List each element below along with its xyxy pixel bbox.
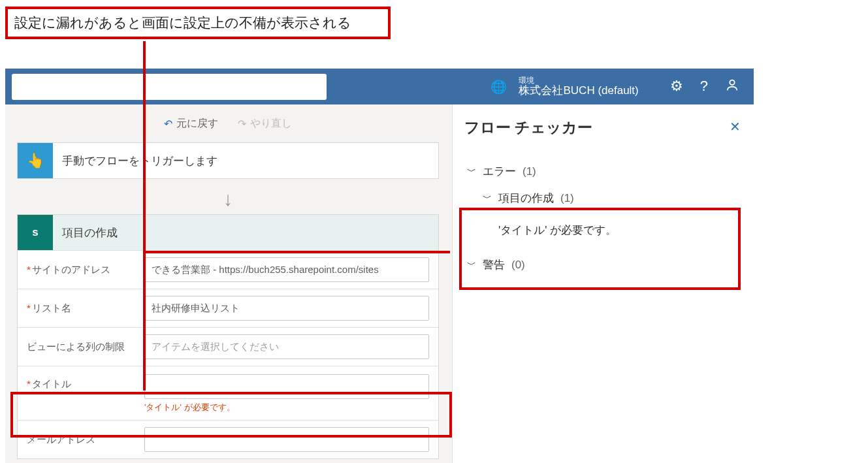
field-list-input[interactable]: 社内研修申込リスト [144, 296, 429, 321]
sharepoint-icon: s [18, 215, 53, 250]
annotation-line-vertical [143, 41, 146, 391]
warnings-count: (0) [511, 259, 525, 272]
environment-value: 株式会社BUCH (default) [519, 85, 638, 97]
canvas-toolbar: ↶ 元に戻す ↷ やり直し [17, 104, 439, 142]
field-view-input[interactable]: アイテムを選択してください [144, 334, 429, 359]
field-email-label: メールアドレス [27, 434, 138, 446]
field-list-label: リスト名 [27, 302, 138, 315]
gear-icon[interactable]: ⚙ [670, 78, 683, 96]
flow-connector-arrow: ↓ [17, 179, 439, 214]
errors-label: エラー [483, 164, 516, 179]
environment-block: 🌐 環境 株式会社BUCH (default) ⚙ ? [490, 76, 747, 97]
field-title-input[interactable] [144, 374, 429, 399]
close-icon[interactable]: ✕ [730, 119, 741, 135]
undo-label: 元に戻す [176, 117, 218, 131]
flow-checker-panel: フロー チェッカー ✕ ﹀ エラー (1) ﹀ 項目の作成 (1) 'タイトル'… [452, 104, 754, 463]
chevron-down-icon: ﹀ [467, 259, 476, 271]
flow-checker-title: フロー チェッカー [464, 118, 742, 138]
trigger-icon: 👆 [18, 143, 53, 178]
flow-canvas: ↶ 元に戻す ↷ やり直し 👆 手動でフローをトリガーします ↓ s [5, 104, 452, 463]
errors-count: (1) [522, 165, 536, 178]
create-item-title: 項目の作成 [62, 225, 118, 240]
svg-point-0 [730, 80, 734, 84]
field-list-value: 社内研修申込リスト [152, 302, 240, 315]
chevron-down-icon: ﹀ [483, 193, 492, 204]
undo-button[interactable]: ↶ 元に戻す [164, 117, 218, 131]
help-icon[interactable]: ? [700, 78, 708, 96]
trigger-title: 手動でフローをトリガーします [62, 153, 217, 168]
warnings-label: 警告 [483, 257, 505, 272]
redo-label: やり直し [250, 117, 292, 131]
field-email-input[interactable] [144, 427, 429, 452]
field-view-label: ビューによる列の制限 [27, 341, 138, 353]
chevron-down-icon: ﹀ [467, 166, 476, 178]
errors-section-toggle[interactable]: ﹀ エラー (1) [464, 157, 742, 185]
annotation-text: 設定に漏れがあると画面に設定上の不備が表示される [14, 14, 351, 32]
field-site-value: できる営業部 - https://buch255.sharepoint.com/… [152, 264, 379, 276]
annotation-line-horizontal [143, 251, 450, 253]
error-item-count: (1) [560, 192, 574, 205]
field-title-label: タイトル [27, 374, 138, 391]
field-view-placeholder: アイテムを選択してください [152, 341, 279, 353]
warnings-section-toggle[interactable]: ﹀ 警告 (0) [464, 251, 742, 279]
undo-icon: ↶ [164, 118, 172, 130]
field-site-label: サイトのアドレス [27, 264, 138, 276]
field-site-input[interactable]: できる営業部 - https://buch255.sharepoint.com/… [144, 257, 429, 282]
app-header: 🌐 環境 株式会社BUCH (default) ⚙ ? [5, 69, 754, 104]
trigger-card[interactable]: 👆 手動でフローをトリガーします [17, 142, 439, 179]
redo-icon: ↷ [238, 118, 246, 130]
environment-label: 環境 [519, 76, 638, 85]
search-input[interactable] [12, 74, 327, 100]
error-message: 'タイトル' が必要です。 [496, 211, 742, 251]
error-item-label: 項目の作成 [498, 191, 554, 206]
user-icon[interactable] [725, 78, 739, 96]
field-title-error: 'タイトル' が必要です。 [144, 402, 429, 413]
globe-icon: 🌐 [490, 79, 507, 95]
error-item-toggle[interactable]: ﹀ 項目の作成 (1) [480, 185, 742, 211]
redo-button[interactable]: ↷ やり直し [238, 117, 292, 131]
annotation-callout: 設定に漏れがあると画面に設定上の不備が表示される [5, 7, 391, 39]
